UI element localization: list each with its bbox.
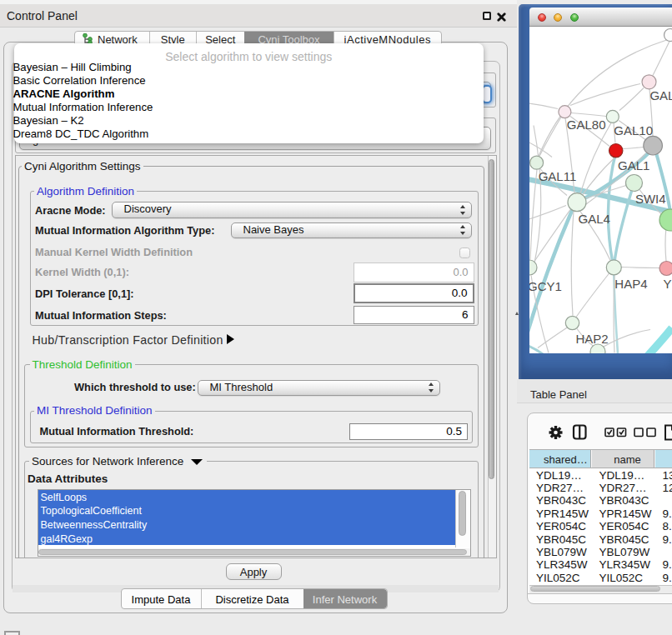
svg-text:GAL1: GAL1: [618, 158, 649, 172]
svg-text:GAL: GAL: [649, 88, 672, 102]
svg-text:GAL4: GAL4: [579, 212, 610, 226]
svg-text:GAL11: GAL11: [539, 168, 577, 182]
svg-text:GAL10: GAL10: [614, 122, 653, 137]
svg-text:Y: Y: [664, 277, 672, 291]
svg-text:SWI4: SWI4: [635, 191, 666, 205]
svg-text:GAL80: GAL80: [567, 117, 606, 131]
svg-text:GCY1: GCY1: [529, 278, 562, 292]
svg-text:HAP2: HAP2: [576, 332, 609, 346]
svg-text:HAP4: HAP4: [614, 277, 647, 291]
